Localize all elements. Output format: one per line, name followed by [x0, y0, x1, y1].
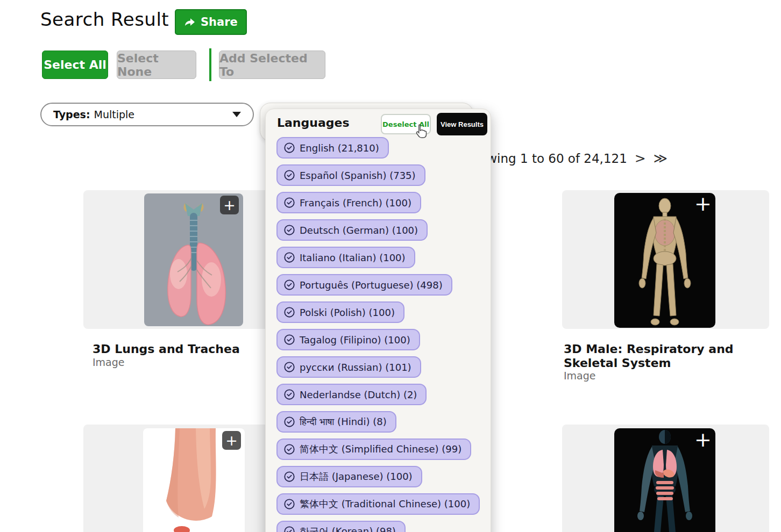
language-pill-label: हिन्दी भाषा (Hindi) (8) [300, 416, 387, 428]
types-dropdown-label: Types: [53, 109, 90, 120]
add-to-selection-button[interactable]: + [694, 429, 712, 450]
select-all-button[interactable]: Select All [42, 51, 108, 79]
result-title: 3D Lungs and Trachea [93, 342, 275, 356]
language-pill[interactable]: Italiano (Italian) (100) [276, 247, 415, 268]
check-circle-icon [283, 224, 295, 236]
check-circle-icon [283, 443, 295, 455]
cursor-pointer-icon [413, 123, 429, 142]
result-type-label: Image [564, 370, 596, 382]
check-circle-icon [283, 389, 295, 400]
check-circle-icon [283, 142, 295, 154]
language-pill-label: Italiano (Italian) (100) [300, 252, 406, 263]
language-pill-label: Français (French) (100) [300, 197, 411, 209]
language-pill[interactable]: русски (Russian) (101) [276, 356, 421, 378]
language-pill[interactable]: 日本語 (Japanese) (100) [276, 466, 422, 487]
last-page-button[interactable]: ≫ [654, 150, 668, 166]
language-pill-label: 한국어 (Korean) (98) [300, 525, 396, 532]
toolbar-divider [209, 48, 211, 81]
check-circle-icon [283, 197, 295, 209]
check-circle-icon [283, 361, 295, 373]
language-pill-label: Deutsch (German) (100) [300, 225, 418, 236]
select-none-button[interactable]: Select None [117, 51, 196, 79]
language-pill[interactable]: Français (French) (100) [276, 192, 421, 213]
view-results-button[interactable]: View Results [437, 113, 487, 135]
types-dropdown-value: Multiple [94, 109, 134, 120]
language-pill-label: Nederlandse (Dutch) (2) [300, 389, 417, 400]
check-circle-icon [283, 334, 295, 346]
language-pill[interactable]: Português (Portuguese) (498) [276, 274, 452, 296]
add-to-selection-button[interactable]: + [694, 193, 712, 214]
page-title: Search Result [40, 9, 169, 30]
language-pill[interactable]: Español (Spanish) (735) [276, 164, 425, 186]
result-title: 3D Male: Respiratory and Skeletal System [564, 342, 747, 370]
language-filter-list: English (21,810) Español (Spanish) (735)… [276, 137, 480, 532]
chevron-down-icon [232, 112, 241, 117]
result-type-label: Image [93, 356, 125, 368]
language-pill[interactable]: English (21,810) [276, 137, 389, 159]
language-pill[interactable]: 한국어 (Korean) (98) [276, 521, 406, 532]
language-pill[interactable]: Deutsch (German) (100) [276, 219, 428, 241]
language-pill-label: Tagalog (Filipino) (100) [300, 334, 410, 346]
check-circle-icon [283, 279, 295, 291]
add-to-selection-button[interactable]: + [222, 431, 241, 450]
types-dropdown[interactable]: Types: Multiple [40, 103, 254, 126]
language-pill[interactable]: 简体中文 (Simplified Chinese) (99) [276, 438, 471, 460]
language-pill-label: English (21,810) [300, 142, 379, 154]
language-pill-label: Polski (Polish) (100) [300, 307, 395, 318]
check-circle-icon [283, 306, 295, 318]
pagination: Showing 1 to 60 of 24,121 > ≫ [464, 150, 668, 166]
share-icon [184, 17, 196, 27]
language-pill-label: Español (Spanish) (735) [300, 170, 416, 181]
check-circle-icon [283, 526, 295, 532]
share-label: Share [201, 16, 238, 28]
languages-panel: Languages Deselect All View Results Engl… [265, 109, 491, 532]
language-pill-label: Português (Portuguese) (498) [300, 279, 443, 291]
share-button[interactable]: Share [175, 9, 247, 35]
language-pill-label: 简体中文 (Simplified Chinese) (99) [300, 443, 461, 456]
language-pill-label: 繁体中文 (Traditional Chinese) (100) [300, 498, 470, 511]
check-circle-icon [283, 416, 295, 428]
languages-panel-title: Languages [277, 116, 350, 130]
language-pill[interactable]: Polski (Polish) (100) [276, 301, 404, 323]
language-pill[interactable]: Nederlandse (Dutch) (2) [276, 384, 427, 405]
search-result-page: Search Result Share Select All Select No… [0, 0, 781, 532]
language-pill-label: 日本語 (Japanese) (100) [300, 470, 413, 483]
language-pill[interactable]: हिन्दी भाषा (Hindi) (8) [276, 411, 396, 433]
check-circle-icon [283, 498, 295, 510]
add-to-selection-button[interactable]: + [220, 196, 239, 214]
language-pill[interactable]: Tagalog (Filipino) (100) [276, 329, 420, 350]
language-pill[interactable]: 繁体中文 (Traditional Chinese) (100) [276, 493, 480, 515]
check-circle-icon [283, 251, 295, 263]
next-page-button[interactable]: > [635, 150, 646, 166]
check-circle-icon [283, 471, 295, 483]
language-pill-label: русски (Russian) (101) [300, 362, 411, 373]
check-circle-icon [283, 169, 295, 181]
add-selected-to-button[interactable]: Add Selected To [219, 51, 325, 79]
